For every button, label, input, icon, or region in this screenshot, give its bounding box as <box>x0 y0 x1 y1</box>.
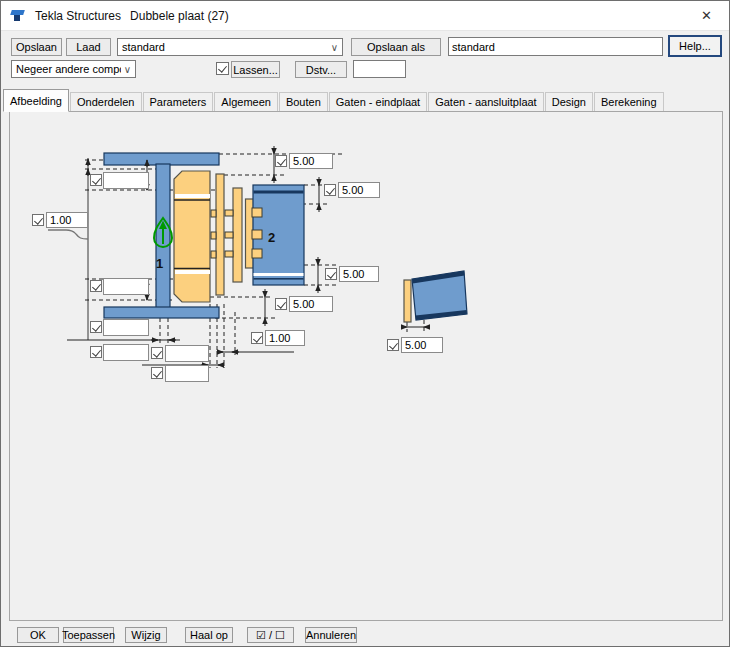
detail-view <box>404 271 467 322</box>
tekla-dialog-window: Tekla Structures Dubbele plaat (27) ✕ Op… <box>0 0 730 647</box>
tab-onderdelen[interactable]: Onderdelen <box>70 92 142 112</box>
bc-row2-checkbox[interactable] <box>151 367 163 379</box>
cut-top-checkbox[interactable] <box>275 155 287 167</box>
tab-strip: Afbeelding Onderdelen Parameters Algemee… <box>3 89 665 112</box>
cut-top-field[interactable] <box>289 153 333 169</box>
afbeelding-panel: 1 2 <box>9 111 723 621</box>
plate-bottom-gap-checkbox[interactable] <box>275 298 287 310</box>
left-offset-field[interactable] <box>46 212 88 228</box>
laad-button[interactable]: Laad <box>66 38 111 56</box>
lassen-checkbox[interactable] <box>216 62 229 75</box>
beam-top-gap-field[interactable] <box>338 182 380 198</box>
wijzig-button[interactable]: Wijzig <box>125 627 167 643</box>
annuleren-button[interactable]: Annuleren <box>305 627 357 643</box>
opslaan-als-input[interactable] <box>448 37 663 56</box>
help-button[interactable]: Help... <box>668 35 722 57</box>
part-1-label: 1 <box>156 256 163 271</box>
bc-row1-field[interactable] <box>165 345 209 362</box>
beam-top-gap-checkbox[interactable] <box>324 184 336 196</box>
bc-row1-checkbox[interactable] <box>151 347 163 359</box>
close-icon[interactable]: ✕ <box>684 1 729 30</box>
titlebar: Tekla Structures Dubbele plaat (27) ✕ <box>1 1 729 31</box>
tab-design[interactable]: Design <box>545 92 593 112</box>
tab-gaten-aansluitplaat[interactable]: Gaten - aansluitplaat <box>428 92 544 112</box>
dialog-title: Dubbele plaat (27) <box>130 9 229 23</box>
tab-algemeen[interactable]: Algemeen <box>214 92 278 112</box>
connection-plates <box>216 174 254 295</box>
bottom-clearance-field[interactable] <box>103 278 149 295</box>
end-plate <box>174 171 210 302</box>
ok-button[interactable]: OK <box>17 627 59 643</box>
app-title: Tekla Structures <box>35 9 121 23</box>
beam-bottom-gap-field[interactable] <box>339 266 379 282</box>
lassen-button[interactable]: Lassen... <box>231 61 280 78</box>
toggle-fields-button[interactable]: ☑ / ☐ <box>247 627 294 643</box>
opslaan-als-button[interactable]: Opslaan als <box>351 38 441 56</box>
beam-bottom-gap-checkbox[interactable] <box>325 268 337 280</box>
dstv-input[interactable] <box>353 60 406 78</box>
plate-bottom-gap-field[interactable] <box>289 296 333 312</box>
haal-op-button[interactable]: Haal op <box>185 627 233 643</box>
bottom-clearance-checkbox[interactable] <box>90 280 102 292</box>
tab-gaten-eindplaat[interactable]: Gaten - eindplaat <box>329 92 427 112</box>
top-clearance-checkbox[interactable] <box>90 174 102 186</box>
toepassen-button[interactable]: Toepassen <box>63 627 114 643</box>
chevron-down-icon: ∨ <box>124 64 131 75</box>
tab-parameters[interactable]: Parameters <box>143 92 214 112</box>
tab-bouten[interactable]: Bouten <box>279 92 328 112</box>
left-offset-checkbox[interactable] <box>32 214 44 226</box>
bl-row2-checkbox[interactable] <box>90 346 102 358</box>
chevron-down-icon: ∨ <box>331 42 338 53</box>
detail-gap-checkbox[interactable] <box>387 339 399 351</box>
gap-right-field[interactable] <box>265 330 305 346</box>
bc-row2-field[interactable] <box>165 365 209 382</box>
tab-afbeelding[interactable]: Afbeelding <box>3 89 69 112</box>
tab-berekening[interactable]: Berekening <box>594 92 664 112</box>
negeer-combo[interactable]: Negeer andere compone ∨ <box>11 60 136 78</box>
dstv-button[interactable]: Dstv... <box>295 61 347 78</box>
tekla-logo-icon <box>10 9 26 22</box>
opslaan-button[interactable]: Opslaan <box>11 38 62 56</box>
negeer-combo-value: Negeer andere compone <box>16 63 121 75</box>
gap-right-checkbox[interactable] <box>251 332 263 344</box>
top-clearance-field[interactable] <box>103 172 149 189</box>
bl-row2-field[interactable] <box>103 344 149 361</box>
part-2-label: 2 <box>268 230 275 245</box>
detail-gap-field[interactable] <box>401 337 443 353</box>
profile-combo-value: standard <box>122 41 328 53</box>
profile-combo[interactable]: standard ∨ <box>117 38 343 56</box>
bl-row1-field[interactable] <box>103 319 149 336</box>
bl-row1-checkbox[interactable] <box>90 321 102 333</box>
